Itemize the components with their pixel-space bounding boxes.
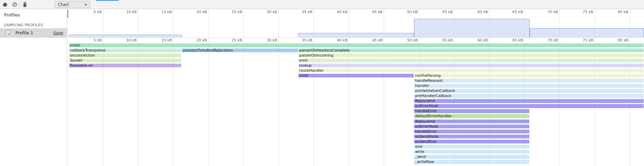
flame-frame[interactable]: child: [298, 74, 414, 78]
ruler-tick-label: 30 kB: [256, 10, 277, 14]
ruler-tick-label: 10 kB: [116, 10, 137, 14]
flame-frame[interactable]: onSendHook: [414, 135, 529, 139]
flame-frame[interactable]: Socket: [69, 59, 181, 63]
ruler-tick-label: 55 kB: [432, 38, 453, 42]
flame-frame[interactable]: handler: [414, 84, 644, 88]
ruler-tick-label: 55 kB: [432, 10, 453, 14]
top-accent-line: [96, 0, 119, 1]
flame-frame[interactable]: _send: [414, 155, 529, 159]
flame-frame[interactable]: (root): [69, 43, 644, 47]
ruler-tick-label: 75 kB: [572, 10, 593, 14]
block-icon: [12, 3, 17, 8]
ruler-tick-label: 35 kB: [292, 38, 312, 42]
trash-icon: [22, 3, 28, 8]
ruler-tick-label: 45 kB: [362, 38, 383, 42]
overview-ruler: 5 kB10 kB15 kB20 kB25 kB30 kB35 kB40 kB4…: [67, 9, 644, 14]
flame-frame[interactable]: handleRequest: [414, 79, 644, 83]
flame-frame[interactable]: _writeRaw: [414, 160, 529, 164]
flame-frame[interactable]: routeHandler: [298, 69, 644, 73]
flame-frame[interactable]: preHandlerCallback: [414, 94, 644, 98]
ruler-tick-label: 45 kB: [362, 10, 383, 14]
profiles-sidebar: Profiles SAMPLING PROFILES % Profile 1 S…: [0, 9, 67, 166]
ruler-tick-label: 50 kB: [397, 38, 418, 42]
flame-frame[interactable]: parserOnHeadersComplete: [298, 48, 644, 53]
clear-all-button[interactable]: [12, 2, 17, 7]
vertical-scrollbar[interactable]: [67, 10, 68, 18]
ruler-tick-label: 40 kB: [327, 10, 347, 14]
ruler-tick-label: 40 kB: [327, 38, 347, 42]
delete-profile-button[interactable]: [22, 2, 28, 7]
ruler-tick-label: 50 kB: [397, 10, 418, 14]
ruler-tick-label: 5 kB: [81, 38, 102, 42]
ruler-tick-label: 15 kB: [151, 10, 172, 14]
flame-frame[interactable]: processTicksAndRejections: [182, 48, 298, 53]
profile-name: Profile 1: [15, 30, 33, 35]
save-profile-link[interactable]: Save: [53, 31, 63, 35]
ruler-tick-label: 65 kB: [502, 38, 523, 42]
flame-frame[interactable]: lookup: [298, 64, 644, 68]
sidebar-title: Profiles: [4, 12, 20, 18]
flame-frame[interactable]: runPreParsing: [414, 74, 644, 78]
ruler-tick-label: 35 kB: [292, 10, 312, 14]
ruler-tick-label: 60 kB: [467, 10, 488, 14]
ruler-tick-label: 70 kB: [537, 10, 558, 14]
ruler-tick-label: 80 kB: [607, 38, 628, 42]
sidebar-item-profile-1[interactable]: % Profile 1 Save: [0, 28, 67, 38]
ruler-tick-label: 65 kB: [502, 10, 523, 14]
flame-frame[interactable]: Reply.send: [414, 99, 644, 103]
flame-frame[interactable]: Readable.on: [69, 64, 181, 68]
flame-frame[interactable]: write_: [414, 150, 529, 154]
chart-view-select-value: Chart: [58, 2, 69, 7]
flame-frame[interactable]: callbackTrampoline: [69, 48, 182, 53]
devtools-memory-panel: Chart Profiles SAMPLING PROFILES % Profi…: [0, 0, 644, 166]
ruler-tick-label: 80 kB: [607, 10, 628, 14]
ruler-tick-label: 20 kB: [186, 10, 207, 14]
ruler-tick-label: 5 kB: [81, 10, 102, 14]
flame-chart-pane[interactable]: 5 kB10 kB15 kB20 kB25 kB30 kB35 kB40 kB4…: [67, 9, 644, 166]
ruler-tick-label: 75 kB: [572, 38, 593, 42]
ruler-tick-label: 30 kB: [256, 38, 277, 42]
ruler-tick-label: 25 kB: [221, 38, 242, 42]
flame-frame[interactable]: onconnection: [69, 54, 181, 58]
ruler-tick-label: 20 kB: [186, 38, 207, 42]
toolbar: Chart: [0, 0, 644, 9]
toolbar-separator: [20, 2, 20, 7]
ruler-tick-label: 60 kB: [467, 38, 488, 42]
flame-chart-ruler: 5 kB10 kB15 kB20 kB25 kB30 kB35 kB40 kB4…: [67, 37, 644, 43]
record-button[interactable]: [3, 2, 7, 7]
flame-frame[interactable]: onSendEnd: [414, 140, 529, 144]
ruler-tick-label: 25 kB: [221, 10, 242, 14]
flame-frame[interactable]: end: [414, 145, 529, 149]
flame-frame[interactable]: handleError: [414, 109, 529, 113]
flame-frame[interactable]: onErrorHook: [414, 125, 529, 129]
chart-view-select[interactable]: Chart: [55, 1, 90, 8]
profile-document-icon: %: [5, 30, 10, 36]
flame-frame[interactable]: handleError: [414, 130, 529, 134]
ruler-tick-label: 70 kB: [537, 38, 558, 42]
ruler-tick-label: 15 kB: [151, 38, 172, 42]
flame-frame[interactable]: parserOnIncoming: [298, 54, 644, 58]
flame-frame[interactable]: preValidationCallback: [414, 89, 644, 93]
flame-frame[interactable]: onErrorHook: [414, 104, 644, 108]
flame-chart-frames: (root)callbackTrampolineprocessTicksAndR…: [67, 9, 644, 166]
record-icon: [3, 3, 7, 8]
dropdown-arrow-icon: [84, 4, 87, 6]
flame-frame[interactable]: defaultErrorHandler: [414, 114, 529, 118]
flame-frame[interactable]: Reply.send: [414, 120, 529, 124]
flame-frame[interactable]: emit: [298, 59, 644, 63]
ruler-tick-label: 10 kB: [116, 38, 137, 42]
sampling-profiles-section-title: SAMPLING PROFILES: [4, 23, 43, 27]
